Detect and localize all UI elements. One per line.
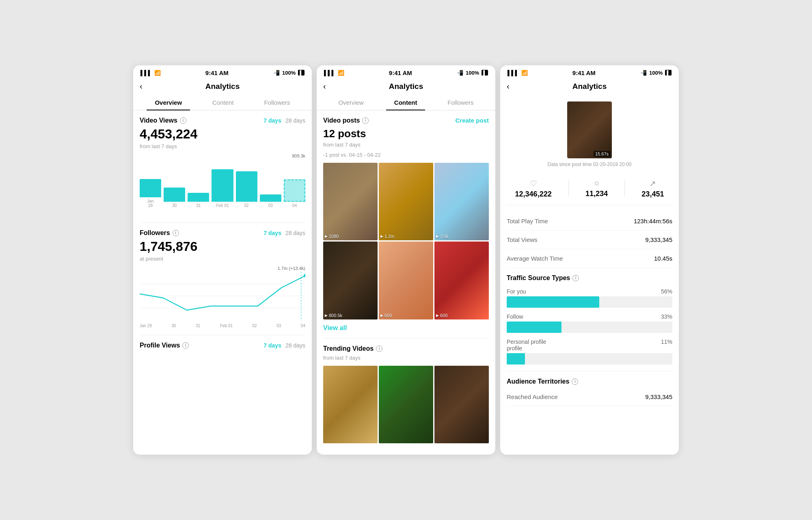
video-thumb-3[interactable]: ▶ 800.5k [323,242,378,319]
followers-period-28[interactable]: 28 days [285,230,305,236]
tab-overview-2[interactable]: Overview [330,95,372,110]
profile-period-28[interactable]: 28 days [285,342,305,349]
traffic-pct-0: 56% [661,288,672,295]
view-count-2: ▶ 3.5k [436,234,449,239]
right-icons-2: 📲 100% ▌ [457,70,488,76]
traffic-label-1: Follow [507,313,523,320]
shares-stat: ↗ 23,451 [641,179,664,199]
bar-3 [212,169,233,202]
likes-stat: ♡ 12,346,222 [515,179,552,199]
bar-wrap-3: Feb 01 [212,169,233,208]
video-posts-info-icon[interactable]: i [362,117,369,124]
nav-bar-1: ‹ Analytics [133,79,312,95]
nav-title-3: Analytics [572,82,607,91]
avgwatch-value: 10.45s [654,255,672,262]
traffic-pct-1: 33% [661,313,672,320]
right-icons-1: 📲 100% ▌ [273,70,304,76]
tab-followers-2[interactable]: Followers [439,95,482,110]
audience-info-icon[interactable]: i [572,378,578,385]
stats-divider-2 [624,180,625,196]
trending-video-grid [323,366,489,443]
create-post-button[interactable]: Create post [455,117,489,124]
divider-2 [140,335,305,335]
signal-icons-3: ▌▌▌ 📶 [508,70,528,76]
video-grid: ▶ 1080 ▶ 1.2m ▶ 3.5k [323,163,489,319]
comments-stat: ○ 11,234 [585,179,608,198]
share-icon: ↗ [641,179,664,188]
traffic-info-icon[interactable]: i [572,275,579,281]
divider-1 [140,222,305,223]
profile-period-7[interactable]: 7 days [263,342,281,349]
x-label-0: Jan 29 [140,324,152,328]
video-views-number: 4,453,224 [140,127,305,142]
totalviews-label: Total Views [507,236,538,243]
tab-followers-1[interactable]: Followers [256,95,298,110]
video-views-info-icon[interactable]: i [180,117,186,124]
video-thumb-2[interactable]: ▶ 3.5k [434,163,489,240]
bar-label-4: 02 [244,203,249,208]
followers-info-icon[interactable]: i [173,230,179,236]
traffic-bar-bg-2 [507,353,672,365]
profile-views-header: Profile Views i 7 days 28 days [140,342,305,349]
wifi-icon-2: 📶 [338,70,344,76]
view-count-3: ▶ 800.5k [325,313,342,318]
status-bar-3: ▌▌▌ 📶 9:41 AM 📲 100% ▌ [500,65,679,79]
video-thumb-0[interactable]: ▶ 1080 [323,163,378,240]
audience-header: Audience Territories i [507,378,672,385]
period-7-btn[interactable]: 7 days [263,117,281,124]
heart-icon: ♡ [515,179,552,188]
bar-5 [260,194,281,202]
x-label-6: 04 [301,324,305,328]
followers-chart: Jan 29 30 31 Feb 01 02 03 04 [140,272,305,328]
back-button-2[interactable]: ‹ [323,82,326,91]
bluetooth-icon-2: 📲 [457,70,463,76]
back-button-3[interactable]: ‹ [507,82,510,91]
followers-number: 1,745,876 [140,239,305,254]
screens-container: ▌▌▌ 📶 9:41 AM 📲 100% ▌ ‹ Analytics Overv… [125,57,687,463]
battery-icon-2: ▌ [482,70,488,76]
trending-header: Trending Videos i [323,345,489,352]
x-labels: Jan 29 30 31 Feb 01 02 03 04 [140,324,305,328]
time-1: 9:41 AM [205,69,229,76]
view-count-5: ▶ 600 [436,313,447,318]
comment-icon: ○ [585,179,608,188]
posts-count: 12 posts [323,127,489,140]
followers-period-7[interactable]: 7 days [263,230,281,236]
tab-content-2[interactable]: Content [386,95,425,110]
x-label-5: 03 [276,324,281,328]
comments-count: 11,234 [585,190,608,198]
traffic-bar-fill-1 [507,321,561,333]
tab-content-1[interactable]: Content [204,95,242,110]
stats-divider-1 [568,180,569,196]
traffic-label-row-0: For you 56% [507,288,672,295]
video-thumb-5[interactable]: ▶ 600 [434,242,489,319]
traffic-bar-bg-0 [507,296,672,308]
profile-views-info-icon[interactable]: i [182,342,189,349]
video-views-period: 7 days 28 days [263,117,305,124]
period-28-btn[interactable]: 28 days [285,117,305,124]
trending-thumb-2[interactable] [434,366,489,443]
tab-overview-1[interactable]: Overview [147,95,190,110]
bar-4 [236,171,257,202]
followers-title: Followers i [140,229,179,237]
traffic-label-row-2: Personal profileprofile 11% [507,339,672,352]
video-views-subtext: from last 7 days [140,143,305,149]
play-icon-5: ▶ [436,313,439,317]
profile-views-period: 7 days 28 days [263,342,305,349]
trending-thumb-0[interactable] [323,366,378,443]
back-button-1[interactable]: ‹ [140,82,143,91]
battery-icon-3: ▌ [665,70,672,76]
video-thumb-4[interactable]: ▶ 600 [379,242,433,319]
bar-label-1: 30 [172,203,177,208]
trending-thumb-1[interactable] [379,366,433,443]
status-bar-1: ▌▌▌ 📶 9:41 AM 📲 100% ▌ [133,65,312,79]
bar-wrap-5: 03 [260,194,281,208]
video-thumb-1[interactable]: ▶ 1.2m [379,163,433,240]
bar-wrap-0: Jan29 [140,179,161,208]
post-thumb-box[interactable]: 15.67s [567,101,612,158]
bar-wrap-6: 04 [284,179,305,208]
trending-info-icon[interactable]: i [376,345,382,352]
view-count-0: ▶ 1080 [325,234,339,239]
post-thumbnail-container: 15.67s Data since post time 02-20-2019 2… [507,101,672,167]
view-all-button[interactable]: View all [323,324,489,332]
